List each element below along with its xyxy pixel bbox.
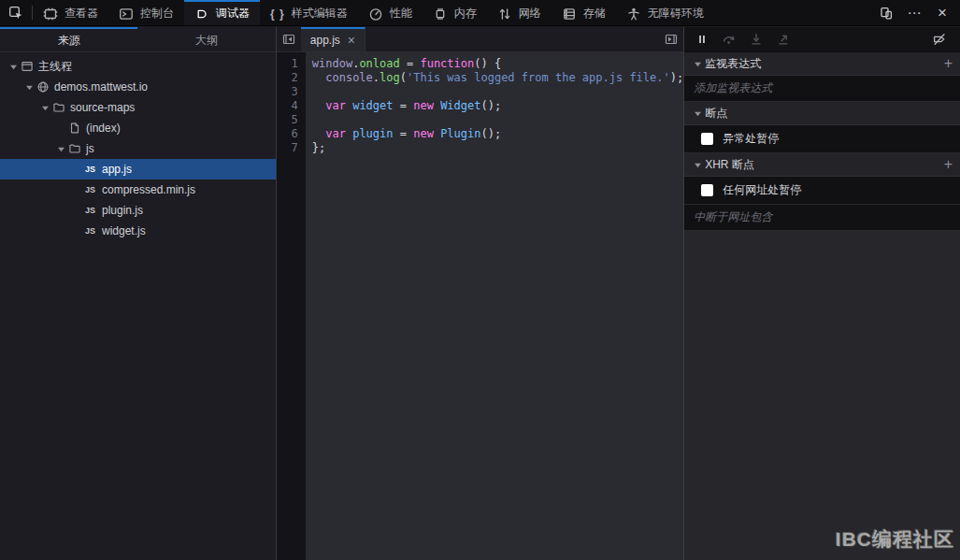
code-token: new	[413, 127, 434, 140]
tab-memory[interactable]: 内存	[423, 0, 487, 25]
expander-icon[interactable]	[692, 109, 703, 118]
line-number[interactable]: 3	[277, 85, 298, 99]
expander-icon[interactable]	[692, 60, 703, 68]
js-icon: JS	[82, 206, 98, 215]
code-token: =	[394, 99, 414, 112]
tree-item-plugin-js[interactable]: JSplugin.js	[0, 200, 276, 221]
pick-element-button[interactable]	[0, 0, 32, 25]
tree-item-label: demos.mattwest.io	[54, 80, 148, 93]
checkbox-label: 任何网址处暂停	[723, 182, 801, 198]
section-header-breakpoints[interactable]: 断点	[684, 102, 960, 125]
code-token: );	[670, 71, 683, 84]
sources-pane-tabs: 来源大纲	[0, 27, 276, 52]
code-token: var	[325, 127, 346, 140]
expander-icon[interactable]	[55, 145, 66, 153]
section-header-xhr-breakpoints[interactable]: XHR 断点+	[684, 153, 960, 177]
tree-item-app-js[interactable]: JSapp.js	[0, 159, 276, 179]
section-title: 断点	[705, 106, 727, 122]
code-token: new	[413, 99, 434, 112]
pick-element-icon	[8, 6, 23, 21]
line-number-gutter[interactable]: 1234567	[277, 52, 306, 560]
xhr-breakpoints-row[interactable]: 任何网址处暂停	[684, 177, 960, 205]
line-number[interactable]: 2	[277, 71, 298, 85]
tab-performance[interactable]: 性能	[358, 0, 423, 25]
collapse-sources-pane-button[interactable]	[277, 27, 301, 51]
code-token: .	[373, 71, 380, 84]
step-out-icon	[776, 32, 791, 47]
tab-storage[interactable]: 存储	[552, 0, 616, 25]
checkbox[interactable]	[701, 133, 713, 145]
add-watch-expressions-button[interactable]: +	[944, 56, 953, 71]
section-title: 监视表达式	[705, 56, 761, 72]
xhr-breakpoints-row[interactable]: 中断于网址包含	[684, 205, 960, 231]
code-token: };	[312, 141, 325, 154]
expander-icon[interactable]	[692, 161, 703, 169]
step-in-button[interactable]	[742, 27, 769, 51]
tab-network[interactable]: 网络	[487, 0, 552, 25]
add-xhr-breakpoints-button[interactable]: +	[944, 157, 953, 172]
close-devtools-button[interactable]: ×	[928, 0, 956, 25]
inspector-icon	[43, 7, 58, 22]
tree-item-label: 主线程	[38, 59, 72, 75]
more-menu-button[interactable]: ⋯	[900, 0, 928, 25]
expander-icon[interactable]	[7, 63, 19, 71]
tab-inspector[interactable]: 查看器	[33, 0, 108, 25]
tab-styleeditor[interactable]: { }样式编辑器	[260, 0, 358, 25]
sources-pane-tab-sources[interactable]: 来源	[0, 27, 137, 51]
collapse-left-icon	[281, 32, 296, 47]
responsive-design-mode-button[interactable]	[872, 0, 900, 25]
code-token: function	[420, 57, 474, 70]
tree-item-label: compressed.min.js	[102, 183, 195, 196]
step-in-icon	[749, 32, 764, 47]
step-out-button[interactable]	[769, 27, 796, 51]
line-number[interactable]: 4	[277, 99, 298, 113]
expand-panes-button[interactable]	[659, 27, 683, 51]
source-tab-label: app.js	[310, 34, 340, 47]
disable-breakpoints-icon	[932, 32, 947, 47]
styleeditor-icon: { }	[270, 7, 285, 21]
watch-expressions-row[interactable]: 添加监视表达式	[684, 76, 960, 102]
code-token: Widget	[440, 99, 480, 112]
tree-item-js[interactable]: js	[0, 138, 276, 159]
expander-icon[interactable]	[23, 83, 35, 92]
line-number[interactable]: 6	[277, 127, 298, 141]
close-tab-icon[interactable]: ×	[348, 33, 355, 48]
tab-bar-spacer	[365, 27, 659, 51]
pause-icon	[695, 32, 709, 47]
code-line-7: };	[312, 141, 683, 155]
toolbar-window-controls: ⋯×	[872, 0, 960, 25]
checkbox-label: 异常处暂停	[723, 131, 779, 147]
checkbox[interactable]	[701, 184, 713, 196]
debugger-sidebar: 监视表达式+添加监视表达式断点异常处暂停XHR 断点+任何网址处暂停中断于网址包…	[683, 27, 960, 560]
code-token	[312, 127, 325, 140]
watermark: IBC编程社区	[836, 526, 954, 553]
line-number[interactable]: 1	[277, 57, 298, 71]
pause-button[interactable]	[688, 27, 715, 51]
source-tab-appjs[interactable]: app.js ×	[301, 27, 365, 51]
network-icon	[497, 7, 512, 22]
tree-item-compressed-min-js[interactable]: JScompressed.min.js	[0, 179, 276, 200]
line-number[interactable]: 7	[277, 141, 298, 155]
step-over-icon	[722, 32, 737, 47]
breakpoints-row[interactable]: 异常处暂停	[684, 125, 960, 153]
line-number[interactable]: 5	[277, 113, 298, 127]
step-over-button[interactable]	[715, 27, 742, 51]
code-token: log	[380, 71, 400, 84]
section-header-watch-expressions[interactable]: 监视表达式+	[684, 52, 960, 76]
section-title: XHR 断点	[705, 157, 754, 173]
expander-icon[interactable]	[39, 104, 50, 112]
code-content[interactable]: window.onload = function() { console.log…	[306, 52, 683, 560]
tab-accessibility[interactable]: 无障碍环境	[616, 0, 714, 25]
disable-breakpoints-button[interactable]	[925, 27, 953, 51]
js-icon: JS	[82, 226, 98, 236]
tree-item-demos-mattwest-io[interactable]: demos.mattwest.io	[0, 77, 276, 97]
code-token: console	[325, 71, 373, 84]
sources-pane-tab-outline[interactable]: 大纲	[137, 27, 275, 51]
tree-item-source-maps[interactable]: source-maps	[0, 97, 276, 118]
tab-console[interactable]: 控制台	[108, 0, 184, 25]
tab-debugger[interactable]: 调试器	[184, 0, 260, 25]
tab-label: 样式编辑器	[292, 6, 348, 22]
tree-item--index-[interactable]: (index)	[0, 118, 276, 138]
tree-item-widget-js[interactable]: JSwidget.js	[0, 221, 276, 241]
tree-item--[interactable]: 主线程	[0, 56, 276, 77]
